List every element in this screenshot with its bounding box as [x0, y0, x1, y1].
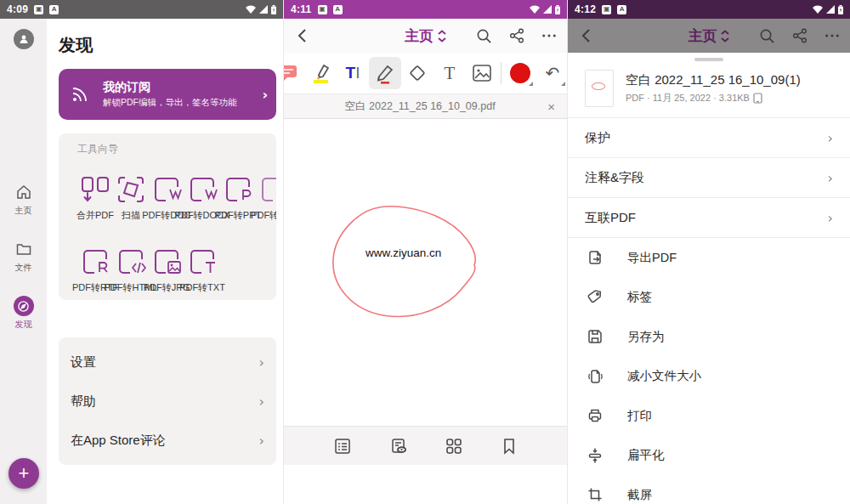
my-subscription-banner[interactable]: 我的订阅 解锁PDF编辑，导出，签名等功能 › [59, 69, 276, 120]
outline-list-button[interactable] [333, 437, 352, 456]
outline-list-icon [333, 437, 352, 456]
menu-item-protect[interactable]: 保护 › [568, 118, 850, 157]
expand-corner-icon [561, 82, 565, 86]
color-swatch-tool[interactable] [504, 57, 536, 89]
document-thumbnail [585, 70, 614, 107]
home-icon [14, 182, 34, 202]
ink-annotation [284, 119, 567, 465]
menu-item-settings[interactable]: 设置 › [71, 343, 264, 382]
tool-merge-pdf[interactable]: 合并PDF [77, 175, 113, 222]
eraser-icon [406, 62, 428, 84]
print-icon [585, 407, 605, 424]
pdf-to-ppt-icon [223, 175, 253, 204]
sidebar-item-label: 文件 [15, 262, 32, 274]
avatar[interactable] [14, 29, 34, 49]
pencil-icon [373, 61, 397, 85]
pdf-to-xls-icon [258, 175, 276, 204]
menu-item-save-as[interactable]: 另存为 [568, 317, 850, 357]
share-icon[interactable] [792, 28, 808, 43]
share-icon[interactable] [509, 28, 524, 43]
compass-icon [14, 296, 34, 316]
notification-app-icon: A [333, 5, 343, 14]
typewriter-tool[interactable]: TI [337, 57, 369, 89]
text-tool[interactable]: T [434, 57, 466, 89]
document-title: 空白 2022_11_25 16_10_09(1) [626, 72, 801, 88]
document-tab-bar: 空白 2022_11_25 16_10_09.pdf × [284, 93, 567, 119]
merge-pdf-icon [80, 175, 110, 204]
more-icon[interactable] [824, 28, 840, 43]
pdf-to-docx-icon [187, 175, 218, 204]
battery-icon [271, 5, 276, 14]
sidebar-item-label: 发现 [15, 319, 32, 331]
chevron-right-icon: › [828, 130, 833, 146]
eraser-tool[interactable] [401, 57, 434, 89]
tools-guide-card: 工具向导 合并PDF 扫描 [59, 133, 276, 300]
sidebar-item-discover[interactable]: 发现 [0, 296, 47, 331]
pdf-to-html-icon [116, 247, 146, 276]
undo-tool[interactable]: ↶ [536, 57, 567, 89]
pdf-to-txt-icon [187, 247, 218, 276]
close-tab-icon[interactable]: × [546, 99, 557, 114]
wifi-icon [530, 5, 540, 14]
menu-item-tags[interactable]: 标签 [568, 278, 850, 318]
dimmed-navbar: 主页 [568, 19, 850, 53]
flatten-icon [585, 447, 605, 464]
notification-image-icon: ▣ [34, 5, 43, 14]
editor-navbar: 主页 [284, 19, 567, 53]
image-stamp-tool[interactable] [466, 57, 498, 89]
home-dropdown[interactable]: 主页 [405, 26, 446, 46]
scan-icon [116, 175, 146, 204]
view-mode-button[interactable] [389, 437, 408, 456]
pdf-canvas[interactable]: www.ziyuan.cn [284, 119, 567, 465]
status-bar: 4:09 ▣ A [0, 0, 283, 19]
add-button[interactable]: + [8, 458, 39, 489]
subscription-subtitle: 解锁PDF编辑，导出，签名等功能 [103, 97, 258, 109]
editor-bottom-bar [284, 426, 567, 465]
image-icon [471, 62, 493, 84]
save-as-icon [585, 328, 605, 345]
menu-item-connected-pdf[interactable]: 互联PDF › [568, 198, 850, 237]
more-icon[interactable] [541, 28, 557, 43]
menu-item-review-app-store[interactable]: 在App Store评论 › [71, 421, 264, 460]
wifi-icon [246, 5, 256, 14]
menu-item-reduce-file-size[interactable]: 减小文件大小 [568, 357, 850, 397]
thumbnail-ink-mark [592, 82, 605, 90]
sidebar-item-files[interactable]: 文件 [0, 239, 47, 274]
home-dropdown[interactable]: 主页 [688, 26, 730, 46]
chevron-right-icon: › [828, 170, 833, 186]
crop-screenshot-icon [585, 486, 605, 503]
expand-corner-icon [529, 82, 533, 86]
signal-icon [826, 5, 835, 14]
discover-screen: 4:09 ▣ A 主页 [0, 0, 283, 504]
back-button[interactable] [578, 27, 595, 44]
menu-item-comments-fields[interactable]: 注释&字段 › [568, 158, 850, 197]
search-icon[interactable] [476, 28, 492, 44]
chevron-right-icon: › [259, 433, 264, 449]
note-comment-tool[interactable] [283, 57, 304, 89]
search-icon[interactable] [759, 28, 775, 44]
document-tab-title[interactable]: 空白 2022_11_25 16_10_09.pdf [294, 99, 546, 114]
bookmark-button[interactable] [501, 437, 518, 456]
back-button[interactable] [294, 27, 311, 44]
menu-item-help[interactable]: 帮助 › [71, 382, 264, 421]
highlighter-tool[interactable] [304, 57, 337, 89]
swap-vertical-icon [437, 30, 446, 42]
pencil-tool[interactable] [369, 57, 401, 89]
chevron-right-icon: › [828, 210, 833, 226]
menu-item-flatten[interactable]: 扁平化 [568, 436, 850, 476]
notification-app-icon: A [49, 5, 59, 14]
chevron-right-icon: › [259, 394, 264, 410]
sidebar-item-label: 主页 [15, 205, 32, 217]
thumbnails-button[interactable] [445, 437, 463, 456]
sidebar-item-home[interactable]: 主页 [0, 182, 47, 217]
menu-item-print[interactable]: 打印 [568, 396, 850, 436]
notification-app-icon: A [617, 5, 626, 14]
menu-item-export-pdf[interactable]: 导出PDF [568, 238, 850, 278]
menu-item-screenshot[interactable]: 截屏 [568, 475, 850, 504]
doc-view-icon [389, 437, 408, 456]
tool-pdf-to-txt[interactable]: PDF转TXT [184, 247, 220, 294]
grid-icon [445, 437, 463, 456]
status-bar: 4:11 ▣ A [284, 0, 567, 19]
folder-icon [14, 239, 34, 259]
tool-pdf-to-xls[interactable]: PDF转XLS [256, 175, 276, 222]
